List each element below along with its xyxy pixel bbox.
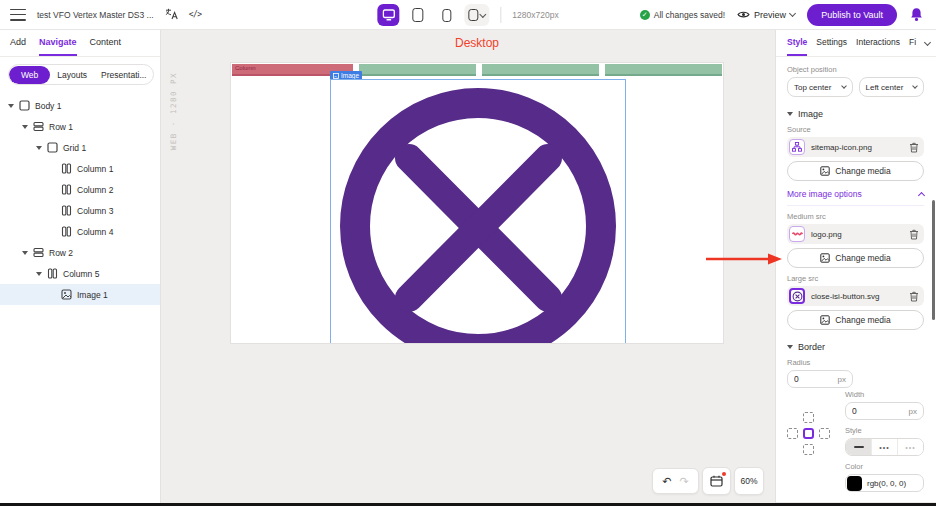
trash-icon[interactable] — [909, 142, 919, 153]
medium-media-field[interactable]: logo.png — [787, 224, 924, 244]
change-media-button[interactable]: Change media — [787, 310, 924, 330]
tab-style[interactable]: Style — [787, 30, 807, 56]
tree-item-column-3[interactable]: Column 3 — [0, 200, 160, 221]
column-block[interactable] — [605, 64, 722, 76]
change-media-button[interactable]: Change media — [787, 161, 924, 181]
eye-icon — [737, 10, 750, 19]
tree-item-column-5[interactable]: Column 5 — [0, 263, 160, 284]
source-media-field[interactable]: sitemap-icon.png — [787, 137, 924, 157]
history-controls: ↶ ↷ — [652, 468, 699, 494]
tree-item-label: Body 1 — [35, 101, 61, 111]
design-canvas[interactable]: Desktop WEB · 1280 PX Column Image — [161, 30, 775, 503]
border-color-field[interactable]: rgb(0, 0, 0) — [845, 474, 924, 492]
more-image-options-toggle[interactable]: More image options — [787, 189, 924, 206]
tree-item-label: Grid 1 — [63, 143, 86, 153]
border-bottom-toggle[interactable] — [803, 444, 814, 455]
save-status: ✓ All changes saved! — [640, 10, 725, 20]
image-icon — [820, 166, 830, 176]
tree-item-row-2[interactable]: Row 2 — [0, 242, 160, 263]
border-style-dotted[interactable]: ••• — [897, 439, 923, 455]
page-artboard[interactable]: Column Image — [230, 62, 724, 344]
preview-button[interactable]: Preview — [737, 10, 795, 20]
tab-navigate[interactable]: Navigate — [39, 30, 77, 56]
tree-item-image-1[interactable]: Image 1 — [0, 284, 160, 305]
width-label: Width — [845, 390, 924, 399]
large-src-label: Large src — [787, 274, 924, 283]
calendar-icon — [710, 475, 723, 487]
notifications-bell-icon[interactable] — [909, 7, 924, 22]
large-media-field[interactable]: close-isi-button.svg — [787, 286, 924, 306]
notification-dot — [722, 472, 726, 476]
tree-item-grid-1[interactable]: Grid 1 — [0, 137, 160, 158]
trash-icon[interactable] — [909, 291, 919, 302]
collapse-caret-icon[interactable] — [36, 146, 42, 150]
tab-settings[interactable]: Settings — [816, 30, 847, 56]
undo-icon[interactable]: ↶ — [662, 476, 671, 487]
border-right-toggle[interactable] — [819, 428, 830, 439]
annotation-arrow — [704, 252, 786, 266]
collapse-caret-icon[interactable] — [22, 251, 28, 255]
panel-scrollbar[interactable] — [932, 200, 935, 320]
collapse-caret-icon[interactable] — [36, 272, 42, 276]
tree-item-column-1[interactable]: Column 1 — [0, 158, 160, 179]
border-section-header[interactable]: Border — [787, 342, 924, 352]
chevron-down-icon — [789, 10, 796, 17]
border-left-toggle[interactable] — [787, 428, 798, 439]
column-block[interactable] — [482, 64, 599, 76]
selected-image-element[interactable] — [330, 79, 626, 344]
collapse-caret-icon[interactable] — [22, 125, 28, 129]
device-custom-button[interactable] — [464, 4, 489, 26]
border-style-solid[interactable] — [846, 439, 871, 455]
image-section-header[interactable]: Image — [787, 109, 924, 119]
large-filename: close-isi-button.svg — [811, 292, 903, 301]
border-style-dashed[interactable]: ••• — [871, 439, 897, 455]
code-view-icon[interactable]: </> — [189, 10, 202, 19]
tree-item-label: Column 2 — [77, 185, 113, 195]
tab-interactions[interactable]: Interactions — [856, 30, 900, 56]
grid-row: Column — [231, 63, 723, 76]
publish-to-vault-button[interactable]: Publish to Vault — [807, 4, 897, 26]
tree-item-column-2[interactable]: Column 2 — [0, 179, 160, 200]
device-phone-button[interactable] — [435, 4, 457, 26]
border-top-toggle[interactable] — [803, 412, 814, 423]
more-image-options-label: More image options — [787, 189, 862, 199]
translate-icon[interactable] — [165, 8, 178, 22]
menu-icon[interactable] — [10, 9, 26, 21]
mode-pill-web[interactable]: Web — [9, 66, 50, 84]
mode-pill-layouts[interactable]: Layouts — [50, 70, 94, 80]
tab-content[interactable]: Content — [90, 30, 122, 56]
border-all-toggle[interactable] — [803, 428, 814, 439]
layer-tree: Body 1 Row 1 Grid 1 Column 1 Column 2 — [0, 95, 160, 305]
column-icon — [61, 184, 72, 195]
zoom-level-button[interactable]: 60% — [734, 467, 764, 495]
grid-icon — [47, 142, 58, 153]
device-desktop-button[interactable] — [377, 4, 399, 26]
desktop-icon — [382, 9, 395, 21]
color-swatch[interactable] — [847, 476, 862, 491]
change-media-button[interactable]: Change media — [787, 248, 924, 268]
version-history-button[interactable] — [702, 467, 731, 495]
vertical-position-select[interactable]: Top center — [787, 77, 853, 97]
tree-item-label: Image 1 — [77, 290, 108, 300]
column-block[interactable] — [359, 64, 476, 76]
redo-icon[interactable]: ↷ — [680, 476, 689, 487]
tab-add[interactable]: Add — [10, 30, 26, 56]
tree-item-body-1[interactable]: Body 1 — [0, 95, 160, 116]
collapse-caret-icon[interactable] — [8, 104, 14, 108]
radius-label: Radius — [787, 358, 924, 367]
tabs-overflow-icon[interactable] — [924, 38, 931, 45]
tree-item-row-1[interactable]: Row 1 — [0, 116, 160, 137]
mode-pill-presentation[interactable]: Presentati... — [94, 70, 153, 80]
tree-item-column-4[interactable]: Column 4 — [0, 221, 160, 242]
border-width-input[interactable] — [852, 406, 880, 416]
chevron-down-icon — [841, 83, 847, 89]
device-tablet-button[interactable] — [406, 4, 428, 26]
horizontal-position-select[interactable]: Left center — [859, 77, 925, 97]
selection-tag-label: Image — [341, 72, 359, 79]
trash-icon[interactable] — [909, 229, 919, 240]
column-tag-label: Column — [235, 65, 256, 71]
canvas-dimensions: 1280x720px — [512, 10, 558, 20]
body-icon — [19, 100, 30, 111]
tab-filters-truncated[interactable]: Fi — [909, 30, 916, 56]
radius-input[interactable] — [794, 374, 822, 384]
